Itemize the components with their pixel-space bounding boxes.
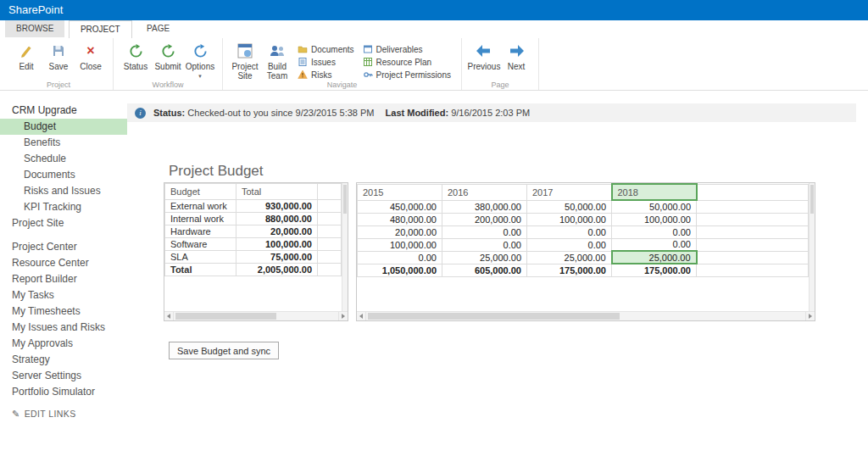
cell-sla-2018[interactable]: 25,000.00 <box>612 251 697 264</box>
sidebar-item-portfolio-simulator[interactable]: Portfolio Simulator <box>0 384 127 400</box>
tab-browse[interactable]: BROWSE <box>5 20 64 37</box>
project-permissions-button-label: Project Permissions <box>376 70 451 80</box>
cell-hardware-2017[interactable]: 0.00 <box>527 225 612 238</box>
sidebar-item-project-site[interactable]: Project Site <box>0 215 127 231</box>
cell-external-work-2017[interactable]: 50,000.00 <box>527 200 612 213</box>
edit-links-pencil-icon: ✎ <box>12 407 20 420</box>
next-button[interactable]: Next <box>501 41 531 73</box>
cell-internal-work-2018[interactable]: 100,000.00 <box>612 213 697 225</box>
budget-grid-left-pane: Budget Total External work930,000.00Inte… <box>164 182 348 321</box>
left-spacer-cell <box>318 200 342 213</box>
deliverables-button[interactable]: Deliverables <box>360 43 453 56</box>
years-horizontal-scrollbar[interactable] <box>357 311 815 320</box>
build-team-button[interactable]: Build Team <box>262 41 292 82</box>
cell-hardware-2016[interactable]: 0.00 <box>442 225 527 238</box>
left-horizontal-scroll-thumb[interactable] <box>175 313 276 320</box>
navigate-small-column-2: Deliverables Resource Plan Project Permi… <box>360 41 453 81</box>
cell-software-2015[interactable]: 100,000.00 <box>358 238 442 251</box>
save-button[interactable]: Save <box>43 41 74 73</box>
info-icon: i <box>135 108 146 119</box>
total-cell-software[interactable]: 100,000.00 <box>236 238 318 251</box>
sidebar-item-kpi-tracking[interactable]: KPI Tracking <box>0 199 127 215</box>
cell-internal-work-2017[interactable]: 100,000.00 <box>527 213 612 225</box>
previous-button-label: Previous <box>467 62 500 71</box>
total-column-header: Total <box>236 184 318 200</box>
row-label-total: Total <box>165 264 236 276</box>
sidebar-item-my-tasks[interactable]: My Tasks <box>0 287 127 303</box>
sidebar-item-schedule[interactable]: Schedule <box>0 151 127 167</box>
years-vertical-scrollbar[interactable] <box>809 183 815 311</box>
cell-external-work-2015[interactable]: 450,000.00 <box>358 200 442 213</box>
project-site-button[interactable]: Project Site <box>230 41 260 82</box>
cell-hardware-2015[interactable]: 20,000.00 <box>358 225 442 238</box>
cell-internal-work-2015[interactable]: 480,000.00 <box>358 213 442 225</box>
years-horizontal-scroll-thumb[interactable] <box>368 313 620 320</box>
years-vertical-scroll-thumb[interactable] <box>810 185 814 214</box>
sharepoint-logo[interactable]: SharePoint <box>0 0 63 20</box>
risks-warning-icon <box>298 70 308 81</box>
year-column-header-2018[interactable]: 2018 <box>612 184 697 200</box>
close-button[interactable]: × Close <box>75 41 106 73</box>
issues-button[interactable]: Issues <box>295 56 357 69</box>
sidebar-project-name[interactable]: CRM Upgrade <box>0 103 127 119</box>
cell-total-2017: 175,000.00 <box>527 264 612 276</box>
cell-sla-2017[interactable]: 25,000.00 <box>527 251 612 264</box>
left-vertical-scroll-thumb[interactable] <box>343 185 347 214</box>
years-scroll-left-arrow-icon[interactable] <box>357 312 366 320</box>
project-permissions-button[interactable]: Project Permissions <box>360 69 453 81</box>
year-column-header-2015[interactable]: 2015 <box>358 184 442 200</box>
total-cell-internal-work[interactable]: 880,000.00 <box>236 213 318 225</box>
sidebar-item-report-builder[interactable]: Report Builder <box>0 271 127 287</box>
sidebar-item-resource-center[interactable]: Resource Center <box>0 255 127 271</box>
sidebar-item-project-center[interactable]: Project Center <box>0 239 127 255</box>
cell-software-2016[interactable]: 0.00 <box>442 238 527 251</box>
cell-sla-2016[interactable]: 25,000.00 <box>442 251 527 264</box>
cell-sla-2015[interactable]: 0.00 <box>358 251 442 264</box>
resource-plan-button[interactable]: Resource Plan <box>360 56 453 69</box>
total-cell-external-work[interactable]: 930,000.00 <box>236 200 318 213</box>
cell-internal-work-2016[interactable]: 200,000.00 <box>442 213 527 225</box>
previous-button[interactable]: Previous <box>469 41 499 73</box>
status-button[interactable]: Status <box>120 41 151 73</box>
sidebar-item-my-approvals[interactable]: My Approvals <box>0 336 127 352</box>
save-budget-and-sync-button[interactable]: Save Budget and sync <box>169 342 279 359</box>
edit-links-button[interactable]: ✎ EDIT LINKS <box>0 407 127 420</box>
project-site-button-label: Project Site <box>231 62 259 81</box>
deliverables-icon <box>363 44 373 56</box>
sidebar-item-my-timesheets[interactable]: My Timesheets <box>0 303 127 320</box>
tab-project[interactable]: PROJECT <box>69 20 132 38</box>
options-button[interactable]: Options ▼ <box>185 41 215 83</box>
year-column-header-2016[interactable]: 2016 <box>442 184 527 200</box>
total-cell-hardware[interactable]: 20,000.00 <box>236 225 318 238</box>
tab-page[interactable]: PAGE <box>136 20 181 37</box>
total-cell-sla[interactable]: 75,000.00 <box>236 251 318 264</box>
left-vertical-scrollbar[interactable] <box>342 183 348 311</box>
cell-external-work-2018[interactable]: 50,000.00 <box>612 200 697 213</box>
sidebar-item-strategy[interactable]: Strategy <box>0 352 127 368</box>
cell-software-2017[interactable]: 0.00 <box>527 238 612 251</box>
budget-grid-years-body: 2015201620172018 450,000.00380,000.0050,… <box>357 183 809 311</box>
left-scroll-right-arrow-icon[interactable] <box>338 312 348 320</box>
left-horizontal-scrollbar[interactable] <box>164 311 348 320</box>
year-column-header-2017[interactable]: 2017 <box>527 184 612 200</box>
issues-list-icon <box>298 57 308 69</box>
ribbon-group-navigate-label: Navigate <box>223 81 461 89</box>
resource-plan-grid-icon <box>363 57 373 69</box>
cell-external-work-2016[interactable]: 380,000.00 <box>442 200 527 213</box>
sidebar-item-risks-and-issues[interactable]: Risks and Issues <box>0 183 127 199</box>
cell-software-2018[interactable]: 0.00 <box>612 238 697 251</box>
ribbon-tab-row: BROWSE PROJECT PAGE <box>0 20 868 38</box>
sidebar-item-budget[interactable]: Budget <box>0 119 127 135</box>
years-scroll-right-arrow-icon[interactable] <box>805 312 815 320</box>
documents-button[interactable]: Documents <box>295 43 357 56</box>
budget-row-hardware: Hardware20,000.00 <box>165 225 342 238</box>
cell-hardware-2018[interactable]: 0.00 <box>612 225 697 238</box>
left-scroll-left-arrow-icon[interactable] <box>164 312 174 320</box>
sidebar-item-benefits[interactable]: Benefits <box>0 135 127 151</box>
sidebar-item-documents[interactable]: Documents <box>0 167 127 183</box>
submit-button[interactable]: Submit <box>153 41 183 73</box>
sidebar-item-my-issues-and-risks[interactable]: My Issues and Risks <box>0 320 127 336</box>
edit-button[interactable]: Edit <box>11 41 42 73</box>
sidebar-item-server-settings[interactable]: Server Settings <box>0 368 127 384</box>
risks-button[interactable]: Risks <box>295 69 357 81</box>
